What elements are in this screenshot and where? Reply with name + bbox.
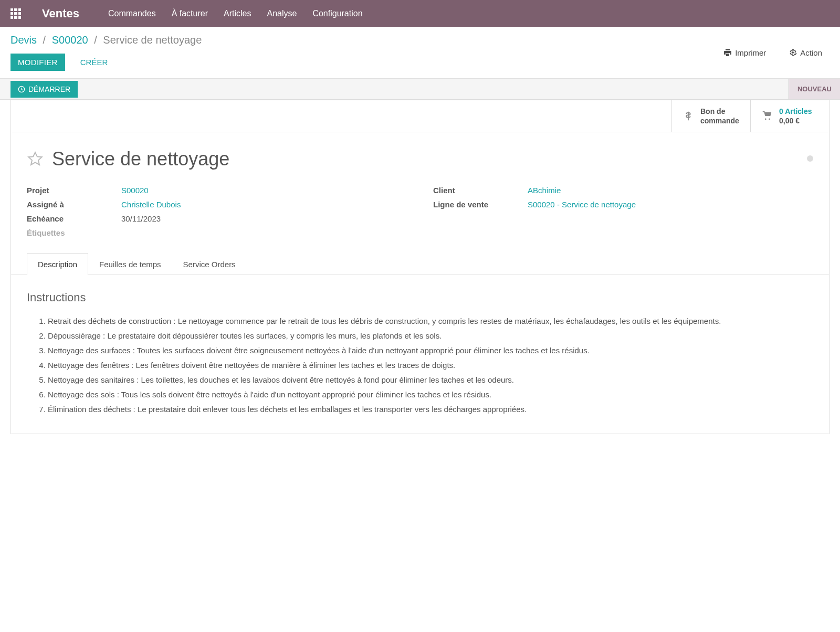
stat-articles-title: 0 Articles	[779, 107, 812, 116]
tab-content-description: Instructions Retrait des déchets de cons…	[11, 275, 829, 434]
gear-icon	[789, 48, 797, 57]
dollar-icon	[682, 110, 694, 122]
kanban-state-dot[interactable]	[807, 155, 813, 162]
form-fields: Projet S00020 Assigné à Christelle Duboi…	[11, 186, 829, 253]
instruction-item: Nettoyage des sanitaires : Les toilettes…	[48, 374, 813, 386]
breadcrumb: Devis / S00020 / Service de nettoyage	[10, 34, 202, 46]
priority-star-icon[interactable]	[27, 151, 44, 167]
instruction-item: Élimination des déchets : Le prestataire…	[48, 403, 813, 416]
tabs: Description Feuilles de temps Service Or…	[11, 253, 829, 275]
record-title: Service de nettoyage	[52, 148, 229, 170]
instruction-item: Dépoussiérage : Le prestataire doit dépo…	[48, 330, 813, 342]
status-bar: DÉMARRER NOUVEAU	[0, 79, 840, 100]
action-button[interactable]: Action	[781, 44, 830, 61]
main-menu: Commandes À facturer Articles Analyse Co…	[108, 9, 363, 18]
assigned-value[interactable]: Christelle Dubois	[121, 200, 181, 209]
breadcrumb-devis[interactable]: Devis	[10, 34, 37, 46]
form-sheet: Service de nettoyage Projet S00020 Assig…	[10, 132, 830, 434]
deadline-value: 30/11/2023	[121, 214, 161, 223]
breadcrumb-current: Service de nettoyage	[103, 34, 202, 46]
print-label: Imprimer	[735, 48, 766, 57]
tab-service-orders[interactable]: Service Orders	[172, 253, 247, 275]
stat-boxes: Bon de commande 0 Articles 0,00 €	[10, 100, 830, 132]
deadline-label: Echéance	[27, 214, 121, 223]
top-navbar: Ventes Commandes À facturer Articles Ana…	[0, 0, 840, 27]
stat-purchase-subtitle: commande	[700, 116, 739, 125]
project-label: Projet	[27, 186, 121, 195]
client-label: Client	[433, 186, 528, 195]
instructions-heading: Instructions	[27, 291, 813, 304]
app-name[interactable]: Ventes	[42, 7, 79, 20]
saleline-label: Ligne de vente	[433, 200, 528, 209]
tab-timesheets[interactable]: Feuilles de temps	[88, 253, 172, 275]
nav-a-facturer[interactable]: À facturer	[172, 9, 208, 18]
tags-label: Étiquettes	[27, 228, 121, 237]
content-area: Bon de commande 0 Articles 0,00 € Servic…	[0, 100, 840, 455]
assigned-label: Assigné à	[27, 200, 121, 209]
start-label: DÉMARRER	[28, 85, 70, 93]
stat-articles-subtitle: 0,00 €	[779, 116, 812, 125]
nav-articles[interactable]: Articles	[224, 9, 251, 18]
tab-description[interactable]: Description	[27, 253, 88, 275]
clock-icon	[18, 86, 25, 93]
print-icon	[723, 48, 732, 57]
start-button[interactable]: DÉMARRER	[10, 81, 78, 98]
instruction-item: Retrait des déchets de construction : Le…	[48, 315, 813, 328]
breadcrumb-s00020[interactable]: S00020	[52, 34, 88, 46]
breadcrumb-bar: Devis / S00020 / Service de nettoyage MO…	[0, 27, 840, 79]
stat-purchase-title: Bon de	[700, 107, 739, 116]
create-button[interactable]: CRÉER	[73, 54, 116, 71]
stat-purchase-order[interactable]: Bon de commande	[671, 100, 750, 132]
print-button[interactable]: Imprimer	[716, 44, 773, 61]
status-nouveau[interactable]: NOUVEAU	[789, 79, 840, 99]
cart-icon	[761, 110, 773, 122]
modify-button[interactable]: MODIFIER	[10, 54, 65, 71]
instruction-item: Nettoyage des surfaces : Toutes les surf…	[48, 344, 813, 357]
breadcrumb-sep: /	[43, 34, 46, 46]
nav-configuration[interactable]: Configuration	[312, 9, 362, 18]
stat-articles[interactable]: 0 Articles 0,00 €	[750, 100, 829, 132]
saleline-value[interactable]: S00020 - Service de nettoyage	[528, 200, 636, 209]
apps-menu-icon[interactable]	[10, 8, 21, 19]
nav-commandes[interactable]: Commandes	[108, 9, 156, 18]
instruction-item: Nettoyage des fenêtres : Les fenêtres do…	[48, 359, 813, 372]
breadcrumb-sep: /	[94, 34, 97, 46]
client-value[interactable]: ABchimie	[528, 186, 561, 195]
instructions-list: Retrait des déchets de construction : Le…	[27, 315, 813, 416]
action-label: Action	[800, 48, 822, 57]
project-value[interactable]: S00020	[121, 186, 149, 195]
nav-analyse[interactable]: Analyse	[267, 9, 297, 18]
instruction-item: Nettoyage des sols : Tous les sols doive…	[48, 388, 813, 401]
